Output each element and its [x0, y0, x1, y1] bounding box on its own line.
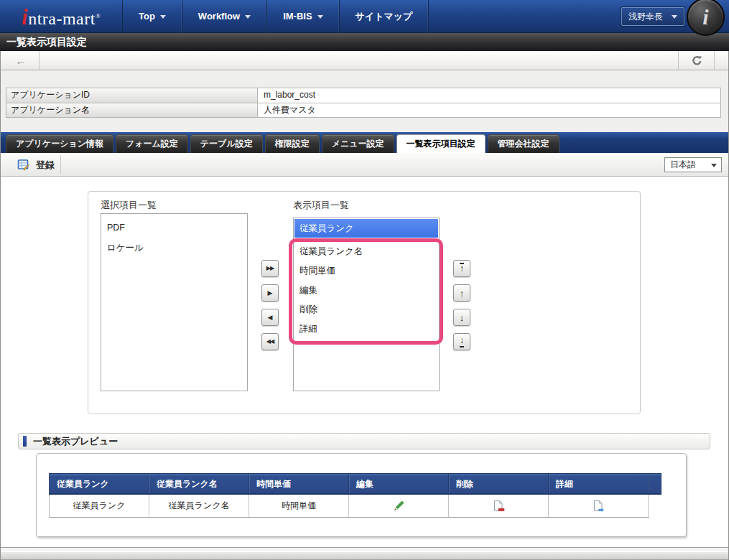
- chevron-down-icon: [160, 15, 166, 19]
- tab-admin-company-settings[interactable]: 管理会社設定: [488, 134, 559, 153]
- register-button[interactable]: 登録: [17, 157, 55, 172]
- app-name-label: アプリケーション名: [6, 103, 258, 117]
- toolbar-separator: [678, 51, 679, 70]
- detail-page-icon[interactable]: [592, 500, 605, 513]
- column-header: 時間単価: [249, 474, 349, 493]
- list-item[interactable]: 詳細: [292, 319, 440, 339]
- main-menu: Top Workflow IM-BIS サイトマップ: [122, 0, 429, 33]
- move-right-button[interactable]: ▶: [261, 284, 279, 302]
- move-all-right-button[interactable]: ▶▶: [261, 260, 279, 277]
- back-button[interactable]: ←: [6, 53, 36, 67]
- column-header: 削除: [449, 474, 549, 493]
- menu-workflow[interactable]: Workflow: [182, 0, 267, 33]
- move-bottom-icon: ↓: [460, 336, 464, 347]
- highlighted-items-outline: 従業員ランク名 時間単価 編集 削除 詳細: [289, 238, 443, 345]
- cell-employee-rank: 従業員ランク: [50, 495, 149, 517]
- action-toolbar: 登録 日本語: [0, 153, 729, 177]
- move-down-button[interactable]: ↓: [453, 309, 470, 326]
- move-up-button[interactable]: ↑: [453, 284, 470, 302]
- column-header: 従業員ランク: [50, 474, 149, 493]
- move-bottom-button[interactable]: ↓: [453, 333, 470, 350]
- list-item[interactable]: ロケール: [101, 238, 247, 258]
- menu-im-bis[interactable]: IM-BIS: [267, 0, 339, 33]
- page-left-border: [0, 33, 1, 560]
- table-row: アプリケーションID m_labor_cost: [6, 88, 720, 103]
- cell-delete: [449, 495, 549, 517]
- available-items-label: 選択項目一覧: [101, 199, 157, 212]
- tab-menu-settings[interactable]: メニュー設定: [322, 134, 394, 153]
- list-item[interactable]: 編集: [292, 281, 440, 300]
- logo-i-glyph: i: [22, 4, 28, 29]
- user-name: 浅野幸長: [628, 11, 663, 23]
- language-value: 日本語: [670, 159, 696, 169]
- delete-page-icon[interactable]: [492, 500, 505, 513]
- left-arrow-icon: ◀: [268, 314, 273, 321]
- footer-bar: [0, 551, 729, 560]
- chevron-down-icon: [711, 164, 717, 167]
- move-top-button[interactable]: ↑: [453, 260, 470, 277]
- move-top-icon: ↑: [460, 263, 464, 274]
- column-header-spacer: [649, 474, 661, 493]
- preview-table: 従業員ランク 従業員ランク名 時間単価 編集 削除 詳細 従業員ランク 従業員ラ…: [49, 473, 661, 518]
- double-right-arrow-icon: ▶▶: [266, 266, 274, 271]
- toolbar-separator: [714, 51, 715, 70]
- available-items-listbox[interactable]: PDF ロケール: [101, 213, 248, 391]
- refresh-button[interactable]: [682, 52, 712, 68]
- section-accent-bar: [23, 436, 27, 447]
- column-header: 編集: [349, 474, 449, 493]
- toolbar-separator: [60, 155, 61, 174]
- application-info-table: アプリケーションID m_labor_cost アプリケーション名 人件費マスタ: [6, 88, 721, 118]
- chevron-down-icon: [317, 15, 323, 19]
- cell-hourly-rate: 時間単価: [249, 495, 349, 517]
- right-arrow-icon: ▶: [268, 290, 273, 297]
- app-name-value: 人件費マスタ: [258, 103, 720, 117]
- back-arrow-icon: ←: [16, 55, 27, 67]
- preview-section-header: 一覧表示プレビュー: [18, 433, 710, 449]
- tab-permission-settings[interactable]: 権限設定: [265, 134, 320, 153]
- register-icon: [17, 159, 30, 172]
- toolbar-separator: [39, 51, 40, 70]
- menu-sitemap[interactable]: サイトマップ: [340, 0, 429, 33]
- table-row: アプリケーション名 人件費マスタ: [6, 103, 720, 117]
- tab-form-settings[interactable]: フォーム設定: [116, 134, 188, 153]
- register-label: 登録: [36, 159, 55, 172]
- cell-employee-rank-name: 従業員ランク名: [149, 495, 249, 517]
- menu-top[interactable]: Top: [122, 0, 182, 33]
- chevron-down-icon: [672, 15, 677, 19]
- preview-section-title: 一覧表示プレビュー: [33, 434, 118, 449]
- move-left-button[interactable]: ◀: [261, 309, 279, 326]
- list-item[interactable]: 削除: [292, 300, 440, 319]
- column-header: 従業員ランク名: [149, 474, 249, 493]
- list-item[interactable]: PDF: [101, 218, 247, 238]
- down-arrow-icon: ↓: [460, 313, 465, 322]
- list-item[interactable]: 従業員ランク名: [292, 242, 440, 261]
- cell-edit: [349, 495, 449, 517]
- chevron-down-icon: [245, 15, 251, 19]
- edit-pencil-icon[interactable]: [393, 500, 405, 512]
- app-id-value: m_labor_cost: [258, 88, 720, 103]
- settings-tab-bar: アプリケーション情報 フォーム設定 テーブル設定 権限設定 メニュー設定 一覧表…: [0, 132, 729, 153]
- tab-list-display-settings[interactable]: 一覧表示項目設定: [396, 134, 486, 153]
- page-title: 一覧表示項目設定: [0, 33, 729, 51]
- page: intra-mart® Top Workflow IM-BIS サイトマップ 浅…: [0, 0, 729, 560]
- move-all-left-button[interactable]: ◀◀: [261, 333, 279, 350]
- list-item[interactable]: 時間単価: [292, 261, 440, 281]
- display-items-label: 表示項目一覧: [293, 199, 349, 212]
- language-select[interactable]: 日本語: [664, 157, 722, 172]
- registered-mark: ®: [96, 12, 101, 19]
- intra-mart-logo: intra-mart®: [22, 0, 101, 33]
- top-navbar: intra-mart® Top Workflow IM-BIS サイトマップ 浅…: [0, 0, 729, 33]
- app-id-label: アプリケーションID: [6, 88, 258, 103]
- cell-detail: [549, 495, 649, 517]
- list-item-selected[interactable]: 従業員ランク: [294, 219, 438, 238]
- tab-table-settings[interactable]: テーブル設定: [190, 134, 263, 153]
- up-arrow-icon: ↑: [460, 289, 465, 298]
- preview-table-header: 従業員ランク 従業員ランク名 時間単価 編集 削除 詳細: [49, 473, 661, 495]
- navigation-toolbar: ←: [0, 51, 729, 70]
- table-row: 従業員ランク 従業員ランク名 時間単価: [49, 495, 649, 518]
- logo-text: ntra-mart: [28, 9, 96, 28]
- user-dropdown[interactable]: 浅野幸長: [621, 7, 684, 26]
- tab-application-info[interactable]: アプリケーション情報: [6, 134, 113, 153]
- page-title-bar: 一覧表示項目設定: [0, 33, 729, 51]
- refresh-icon: [692, 55, 702, 66]
